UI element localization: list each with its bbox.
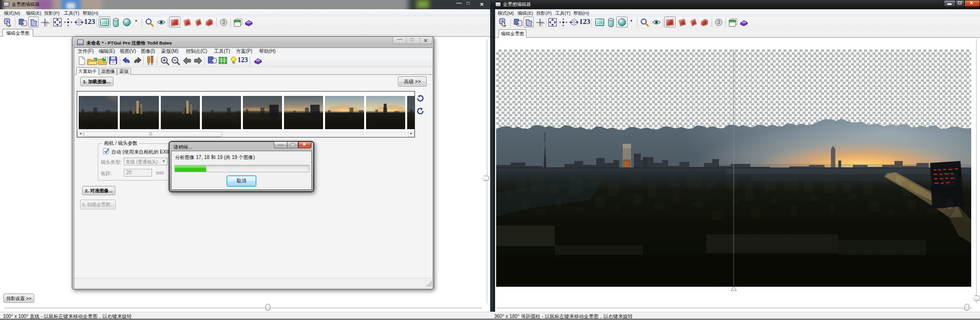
- svg-text:3: 3: [222, 20, 225, 25]
- svg-text:3: 3: [718, 20, 720, 25]
